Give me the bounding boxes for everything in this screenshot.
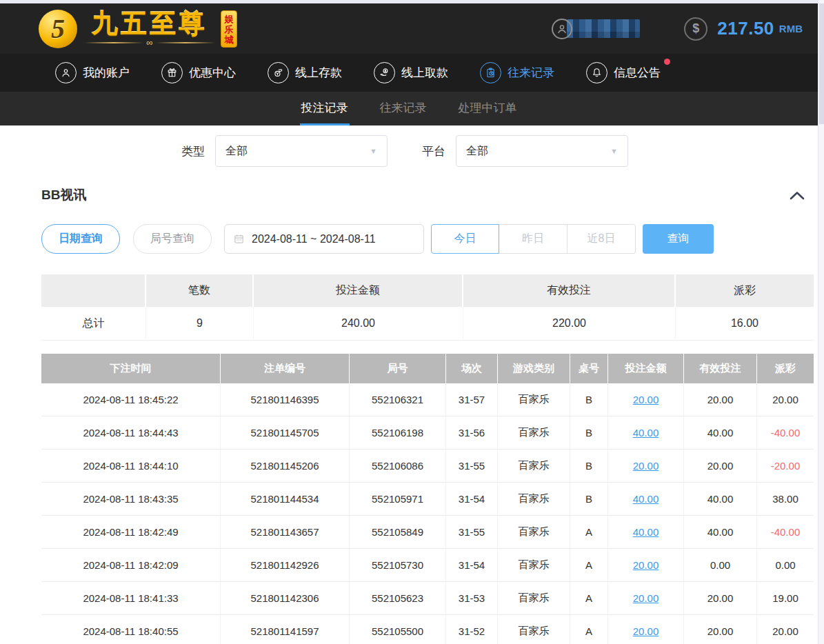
bet-amount-link[interactable]: 40.00 (608, 483, 684, 515)
table-cell: 552105971 (350, 483, 446, 515)
table-cell: 2024-08-11 18:42:09 (41, 549, 221, 581)
quick-range-group: 今日 昨日 近8日 (431, 224, 636, 254)
last-8-days-button[interactable]: 近8日 (567, 224, 636, 254)
summary-cell: 240.00 (254, 307, 463, 341)
nav-item-withdraw[interactable]: 线上取款 (374, 62, 448, 83)
bet-amount-link[interactable]: 20.00 (608, 450, 684, 482)
site-logo[interactable]: 5 九五至尊 ∞ 娱 乐 城 (39, 10, 237, 48)
summary-total-row: 总计 9 240.00 220.00 16.00 (41, 307, 814, 341)
platform-select[interactable]: 全部 ▼ (456, 135, 628, 167)
filter-row: 类型 全部 ▼ 平台 全部 ▼ (0, 135, 824, 167)
round-query-button[interactable]: 局号查询 (133, 224, 212, 254)
table-header-cell: 派彩 (757, 354, 814, 383)
table-cell: B (570, 450, 608, 482)
nav-item-announcements[interactable]: 信息公告 (586, 62, 661, 83)
balance-amount: 217.50 (717, 18, 774, 39)
scrollbar[interactable] (818, 0, 824, 644)
table-cell: 百家乐 (498, 416, 570, 449)
badge-char: 乐 (225, 24, 234, 34)
balance-coin-icon: $ (684, 17, 707, 41)
table-cell: -40.00 (757, 516, 814, 548)
bet-amount-link[interactable]: 20.00 (608, 615, 684, 644)
records-tabbar: 投注记录 往来记录 处理中订单 (0, 92, 818, 125)
section-title: BB视讯 (41, 186, 86, 204)
nav-item-label: 线上取款 (401, 65, 448, 81)
table-cell: 百家乐 (498, 615, 570, 644)
table-header-cell: 注单编号 (221, 354, 350, 383)
table-cell: 31-55 (446, 450, 498, 482)
bet-amount-link[interactable]: 40.00 (608, 416, 684, 449)
summary-cell: 220.00 (463, 307, 676, 341)
nav-item-label: 我的账户 (83, 65, 130, 81)
tab-transaction-records[interactable]: 往来记录 (379, 92, 428, 125)
yesterday-button[interactable]: 昨日 (499, 224, 567, 254)
today-button[interactable]: 今日 (431, 224, 499, 254)
table-cell: 31-55 (446, 516, 498, 548)
bet-amount-link[interactable]: 20.00 (608, 383, 684, 416)
brand-emblem-icon: 5 (39, 10, 77, 48)
summary-cell: 9 (146, 307, 254, 341)
table-cell: 521801143657 (221, 516, 350, 548)
nav-item-my-account[interactable]: 我的账户 (55, 62, 130, 83)
badge-char: 城 (225, 34, 234, 45)
tab-bet-records[interactable]: 投注记录 (300, 92, 350, 125)
table-row: 2024-08-11 18:43:35521801144534552105971… (41, 483, 814, 516)
summary-table: 笔数 投注金额 有效投注 派彩 总计 9 240.00 220.00 16.00 (41, 274, 814, 341)
type-filter-label: 类型 (181, 143, 205, 159)
nav-item-deposit[interactable]: 线上存款 (268, 62, 342, 83)
nav-item-label: 信息公告 (614, 65, 661, 81)
table-cell: 521801144534 (221, 483, 350, 515)
bet-amount-link[interactable]: 20.00 (608, 549, 684, 581)
table-cell: 2024-08-11 18:42:49 (41, 516, 221, 548)
table-cell: 552106198 (350, 416, 446, 449)
table-cell: 0.00 (757, 549, 814, 581)
gift-icon (161, 62, 183, 83)
nav-item-transaction-records[interactable]: 往来记录 (480, 62, 554, 83)
table-cell: 2024-08-11 18:44:43 (41, 416, 221, 449)
date-query-button[interactable]: 日期查询 (41, 224, 120, 254)
username-redacted[interactable] (567, 19, 640, 38)
summary-header-cell: 笔数 (146, 274, 254, 307)
table-row: 2024-08-11 18:41:33521801142306552105623… (41, 582, 814, 615)
tab-pending-orders[interactable]: 处理中订单 (457, 92, 519, 125)
summary-header-cell (41, 274, 146, 307)
table-cell: 40.00 (684, 483, 757, 515)
summary-cell: 16.00 (676, 307, 814, 341)
table-cell: 552105500 (350, 615, 446, 644)
table-row: 2024-08-11 18:42:09521801142926552105730… (41, 549, 814, 582)
bet-amount-link[interactable]: 20.00 (608, 582, 684, 614)
table-cell: 521801146395 (221, 383, 350, 416)
table-cell: A (570, 582, 608, 614)
brand-badge: 娱 乐 城 (221, 10, 237, 48)
table-cell: 百家乐 (498, 582, 570, 614)
table-cell: -20.00 (757, 450, 814, 482)
summary-header-cell: 派彩 (676, 274, 814, 307)
table-row: 2024-08-11 18:42:49521801143657552105849… (41, 516, 814, 549)
table-cell: A (570, 549, 608, 581)
deposit-icon (268, 62, 289, 83)
browser-top-strip (0, 0, 824, 3)
type-select[interactable]: 全部 ▼ (215, 135, 388, 167)
table-row: 2024-08-11 18:44:43521801145705552106198… (41, 416, 814, 450)
summary-cell: 总计 (41, 307, 146, 341)
table-header-row: 下注时间 注单编号 局号 场次 游戏类别 桌号 投注金额 有效投注 派彩 (41, 354, 814, 383)
bet-amount-link[interactable]: 40.00 (608, 516, 684, 548)
table-cell: 521801142926 (221, 549, 350, 581)
date-range-input[interactable]: 2024-08-11 ~ 2024-08-11 (224, 224, 424, 254)
table-cell: -40.00 (757, 416, 814, 449)
table-cell: 31-57 (446, 383, 498, 416)
scrollbar-thumb[interactable] (819, 3, 824, 124)
bell-icon (586, 62, 607, 83)
nav-item-promotions[interactable]: 优惠中心 (161, 62, 236, 83)
table-cell: 31-53 (446, 582, 498, 614)
table-cell: 31-52 (446, 615, 498, 644)
table-cell: 40.00 (684, 516, 757, 548)
table-cell: 40.00 (684, 416, 757, 449)
chevron-up-icon[interactable] (789, 190, 805, 201)
search-button[interactable]: 查询 (643, 224, 714, 254)
table-cell: 2024-08-11 18:40:55 (41, 615, 221, 644)
table-cell: A (570, 516, 608, 548)
table-cell: 2024-08-11 18:45:22 (41, 383, 221, 416)
table-header-cell: 下注时间 (41, 354, 221, 383)
table-cell: 20.00 (757, 383, 814, 416)
